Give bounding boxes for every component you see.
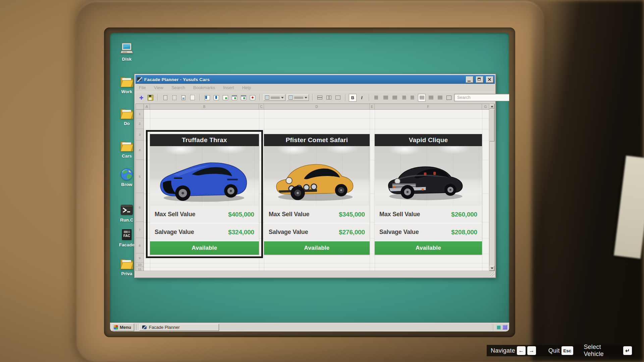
border-none-icon[interactable] [334,94,342,102]
align-left-icon[interactable] [373,94,380,102]
align-top-icon[interactable] [418,94,426,102]
scroll-down-icon[interactable] [489,266,494,271]
column-headers: ABCDEFG [144,104,489,110]
desktop-icon-label: Cars [122,154,132,159]
search-input[interactable] [457,95,509,100]
scene: Disk Work Do Cars Brow Run.C FAC Facad [0,0,644,362]
folder-icon [119,107,134,120]
border-outline-icon[interactable] [445,94,453,102]
vehicle-card-vapid-clique[interactable]: Vapid Clique [375,134,482,255]
vehicle-image-pfister-comet-safari [264,146,370,206]
max-sell-value: $405,000 [228,211,254,218]
scroll-up-icon[interactable] [489,104,494,109]
save-icon[interactable] [147,94,154,102]
window-titlebar[interactable]: Facade Planner - Yusufs Cars [136,75,495,84]
column-size-combo[interactable] [287,94,309,101]
quit-label: Quit [548,347,560,354]
car-illustration [267,150,366,204]
tray-teal-icon[interactable] [496,325,501,330]
row-header: 7 [136,222,144,238]
window-title: Facade Planner - Yusufs Cars [144,77,463,82]
vehicle-name: Truffade Thrax [150,134,259,146]
column-header: B [150,104,259,109]
esc-key-icon: Esc [561,346,573,355]
vehicle-image-truffade-thrax [150,146,259,206]
facade-planner-task-icon [142,325,147,329]
chevron-down-icon [281,97,284,99]
page-image-icon[interactable] [179,94,187,102]
window-green2-icon[interactable] [239,94,247,102]
sheet-corner-cell [136,104,144,110]
taskbar: Menu Facade Planner [110,322,509,331]
menu-bar: File View Search Bookmarks Insert Help [136,84,495,92]
toolbar-separator [345,94,345,101]
align-center-icon[interactable] [391,94,398,102]
menu-item-file[interactable]: File [139,85,146,90]
car-illustration [153,149,256,205]
column-header: F [375,104,482,109]
border-col-icon[interactable] [325,94,333,102]
menu-item-search[interactable]: Search [171,85,185,90]
column-header: A [144,104,150,109]
resize-grip[interactable] [490,272,494,277]
minimize-button[interactable] [466,76,473,83]
record-red-icon[interactable] [249,94,256,102]
max-sell-label: Max Sell Value [269,211,309,218]
vehicle-card-truffade-thrax[interactable]: Truffade Thrax [150,134,259,255]
maximize-button[interactable] [476,76,483,83]
cell-green-icon[interactable] [221,94,229,102]
row-header: 9 [136,253,144,263]
column-blue-icon[interactable] [203,94,211,102]
max-sell-row: Max Sell Value $345,000 [264,206,370,224]
facade-planner-window: Facade Planner - Yusufs Cars File View S… [134,74,496,278]
menu-item-bookmarks[interactable]: Bookmarks [193,85,215,90]
row-header: 5 [136,160,144,193]
menu-item-insert[interactable]: Insert [223,85,234,90]
salvage-row: Salvage Value $276,000 [264,224,370,241]
vertical-scrollbar[interactable] [489,104,494,271]
toolbar-separator [369,94,369,101]
salvage-label: Salvage Value [155,229,194,236]
italic-icon[interactable]: I [358,94,366,102]
row-headers: 1234567891011 [136,110,144,271]
column-header: C [259,104,264,109]
align-bottom-icon[interactable] [436,94,444,102]
globe-icon [119,168,134,181]
desktop-icon-label: Do [124,121,130,126]
toolbar-separator [200,94,200,101]
align-justify-icon[interactable] [382,94,389,102]
close-button[interactable] [486,76,493,83]
align-middle-icon[interactable] [427,94,435,102]
vehicle-card-pfister-comet-safari[interactable]: Pfister Comet Safari [264,134,370,255]
arrow-right-key-icon: → [527,346,536,355]
window-green-icon[interactable] [230,94,238,102]
availability-button[interactable]: Available [375,241,482,255]
availability-button[interactable]: Available [264,241,370,255]
border-row-icon[interactable] [316,94,324,102]
page-icon[interactable] [161,94,169,102]
spreadsheet-area: ABCDEFG 1234567891011 Truffade Thrax [136,104,495,271]
salvage-value: $208,000 [451,229,477,236]
clipboard-icon[interactable] [189,94,196,102]
select-vehicle-label: Select Vehicle [584,344,622,358]
taskbar-task-facade-planner[interactable]: Facade Planner [139,324,219,331]
folder-icon [119,139,134,153]
indent-left-icon[interactable] [400,94,408,102]
sheet-grid: Truffade Thrax [144,110,489,271]
start-menu-button[interactable]: Menu [112,323,134,331]
tray-purple-icon[interactable] [502,325,507,330]
menu-item-help[interactable]: Help [242,85,251,90]
indent-right-icon[interactable] [409,94,417,102]
folder-icon [119,257,134,270]
availability-button[interactable]: Available [150,241,259,255]
salvage-value: $276,000 [339,229,365,236]
page-dashed-icon[interactable] [170,94,178,102]
menu-item-view[interactable]: View [154,85,163,90]
scrollbar-thumb[interactable] [489,109,494,141]
new-icon[interactable] [138,94,145,102]
desktop-icon-disk[interactable]: Disk [114,42,140,62]
row-header: 6 [136,193,144,222]
row-size-combo[interactable] [263,94,285,101]
bold-icon[interactable]: B [349,94,357,102]
column-blue2-icon[interactable] [212,94,220,102]
